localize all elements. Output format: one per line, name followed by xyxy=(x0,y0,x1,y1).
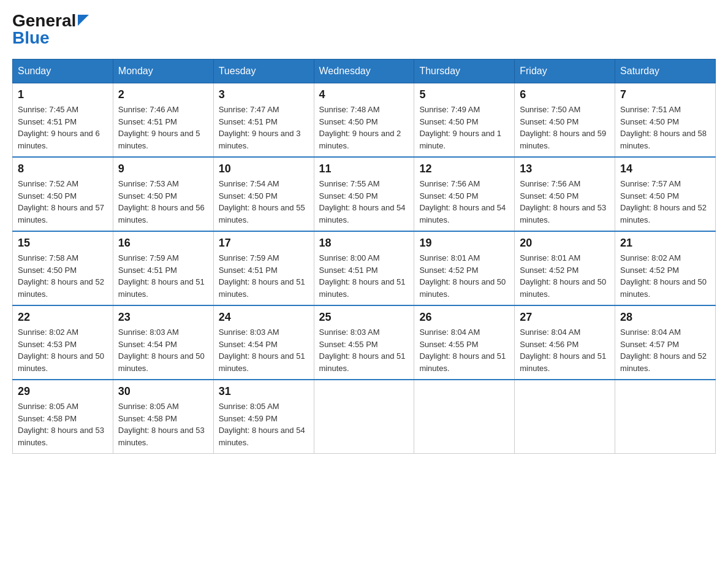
day-number: 16 xyxy=(118,237,208,250)
calendar-table: SundayMondayTuesdayWednesdayThursdayFrid… xyxy=(12,59,716,454)
day-info: Sunrise: 8:03 AMSunset: 4:54 PMDaylight:… xyxy=(219,326,309,374)
day-number: 19 xyxy=(419,237,509,250)
logo-blue-text: Blue xyxy=(12,29,50,47)
page-header: General Blue xyxy=(12,12,716,47)
day-info: Sunrise: 7:46 AMSunset: 4:51 PMDaylight:… xyxy=(118,104,208,151)
day-header-wednesday: Wednesday xyxy=(314,59,414,83)
calendar-cell: 10Sunrise: 7:54 AMSunset: 4:50 PMDayligh… xyxy=(213,157,314,231)
day-info: Sunrise: 8:02 AMSunset: 4:52 PMDaylight:… xyxy=(620,252,710,300)
day-number: 2 xyxy=(118,88,208,101)
calendar-cell: 19Sunrise: 8:01 AMSunset: 4:52 PMDayligh… xyxy=(414,231,515,305)
calendar-cell: 29Sunrise: 8:05 AMSunset: 4:58 PMDayligh… xyxy=(13,380,113,454)
day-number: 21 xyxy=(620,237,710,250)
calendar-cell: 15Sunrise: 7:58 AMSunset: 4:50 PMDayligh… xyxy=(13,231,113,305)
day-info: Sunrise: 8:05 AMSunset: 4:58 PMDaylight:… xyxy=(18,400,108,448)
calendar-cell: 2Sunrise: 7:46 AMSunset: 4:51 PMDaylight… xyxy=(113,83,213,158)
calendar-cell: 30Sunrise: 8:05 AMSunset: 4:58 PMDayligh… xyxy=(113,380,213,454)
day-info: Sunrise: 7:45 AMSunset: 4:51 PMDaylight:… xyxy=(18,104,108,151)
calendar-week-row: 29Sunrise: 8:05 AMSunset: 4:58 PMDayligh… xyxy=(13,380,716,454)
day-number: 1 xyxy=(18,88,108,101)
calendar-cell: 11Sunrise: 7:55 AMSunset: 4:50 PMDayligh… xyxy=(314,157,414,231)
calendar-cell xyxy=(414,380,515,454)
calendar-week-row: 15Sunrise: 7:58 AMSunset: 4:50 PMDayligh… xyxy=(13,231,716,305)
calendar-cell: 1Sunrise: 7:45 AMSunset: 4:51 PMDaylight… xyxy=(13,83,113,158)
calendar-cell: 9Sunrise: 7:53 AMSunset: 4:50 PMDaylight… xyxy=(113,157,213,231)
calendar-cell: 14Sunrise: 7:57 AMSunset: 4:50 PMDayligh… xyxy=(615,157,716,231)
calendar-cell: 23Sunrise: 8:03 AMSunset: 4:54 PMDayligh… xyxy=(113,305,213,380)
calendar-week-row: 1Sunrise: 7:45 AMSunset: 4:51 PMDaylight… xyxy=(13,83,716,158)
day-header-friday: Friday xyxy=(515,59,615,83)
calendar-cell: 31Sunrise: 8:05 AMSunset: 4:59 PMDayligh… xyxy=(213,380,314,454)
day-info: Sunrise: 7:59 AMSunset: 4:51 PMDaylight:… xyxy=(118,252,208,300)
calendar-cell: 28Sunrise: 8:04 AMSunset: 4:57 PMDayligh… xyxy=(615,305,716,380)
calendar-cell xyxy=(515,380,615,454)
day-info: Sunrise: 7:50 AMSunset: 4:50 PMDaylight:… xyxy=(520,104,610,151)
calendar-week-row: 22Sunrise: 8:02 AMSunset: 4:53 PMDayligh… xyxy=(13,305,716,380)
day-header-monday: Monday xyxy=(113,59,213,83)
day-info: Sunrise: 7:47 AMSunset: 4:51 PMDaylight:… xyxy=(219,104,309,151)
calendar-cell: 4Sunrise: 7:48 AMSunset: 4:50 PMDaylight… xyxy=(314,83,414,158)
calendar-cell: 3Sunrise: 7:47 AMSunset: 4:51 PMDaylight… xyxy=(213,83,314,158)
calendar-cell: 22Sunrise: 8:02 AMSunset: 4:53 PMDayligh… xyxy=(13,305,113,380)
day-number: 31 xyxy=(219,385,309,398)
day-info: Sunrise: 7:59 AMSunset: 4:51 PMDaylight:… xyxy=(219,252,309,300)
day-info: Sunrise: 8:04 AMSunset: 4:57 PMDaylight:… xyxy=(620,326,710,374)
day-info: Sunrise: 7:51 AMSunset: 4:50 PMDaylight:… xyxy=(620,104,710,151)
calendar-cell: 24Sunrise: 8:03 AMSunset: 4:54 PMDayligh… xyxy=(213,305,314,380)
day-number: 14 xyxy=(620,163,710,175)
calendar-cell: 25Sunrise: 8:03 AMSunset: 4:55 PMDayligh… xyxy=(314,305,414,380)
calendar-cell xyxy=(615,380,716,454)
day-number: 27 xyxy=(520,311,610,324)
day-info: Sunrise: 7:57 AMSunset: 4:50 PMDaylight:… xyxy=(620,178,710,226)
day-number: 22 xyxy=(18,311,108,324)
calendar-cell: 20Sunrise: 8:01 AMSunset: 4:52 PMDayligh… xyxy=(515,231,615,305)
day-number: 24 xyxy=(219,311,309,324)
day-number: 26 xyxy=(419,311,509,324)
day-number: 25 xyxy=(319,311,409,324)
day-number: 3 xyxy=(219,88,309,101)
day-number: 4 xyxy=(319,88,409,101)
day-info: Sunrise: 8:04 AMSunset: 4:55 PMDaylight:… xyxy=(419,326,509,374)
svg-marker-0 xyxy=(78,15,89,26)
calendar-cell: 12Sunrise: 7:56 AMSunset: 4:50 PMDayligh… xyxy=(414,157,515,231)
day-info: Sunrise: 7:48 AMSunset: 4:50 PMDaylight:… xyxy=(319,104,409,151)
day-number: 12 xyxy=(419,163,509,175)
calendar-header-row: SundayMondayTuesdayWednesdayThursdayFrid… xyxy=(13,59,716,83)
calendar-cell: 13Sunrise: 7:56 AMSunset: 4:50 PMDayligh… xyxy=(515,157,615,231)
logo-arrow-icon xyxy=(78,15,89,28)
calendar-cell: 5Sunrise: 7:49 AMSunset: 4:50 PMDaylight… xyxy=(414,83,515,158)
day-info: Sunrise: 8:03 AMSunset: 4:54 PMDaylight:… xyxy=(118,326,208,374)
day-number: 28 xyxy=(620,311,710,324)
calendar-cell: 18Sunrise: 8:00 AMSunset: 4:51 PMDayligh… xyxy=(314,231,414,305)
calendar-cell: 17Sunrise: 7:59 AMSunset: 4:51 PMDayligh… xyxy=(213,231,314,305)
calendar-cell: 21Sunrise: 8:02 AMSunset: 4:52 PMDayligh… xyxy=(615,231,716,305)
day-info: Sunrise: 8:02 AMSunset: 4:53 PMDaylight:… xyxy=(18,326,108,374)
day-number: 10 xyxy=(219,163,309,175)
calendar-cell: 8Sunrise: 7:52 AMSunset: 4:50 PMDaylight… xyxy=(13,157,113,231)
day-number: 30 xyxy=(118,385,208,398)
day-number: 15 xyxy=(18,237,108,250)
logo-general-text: General xyxy=(12,12,76,29)
day-number: 29 xyxy=(18,385,108,398)
day-info: Sunrise: 8:04 AMSunset: 4:56 PMDaylight:… xyxy=(520,326,610,374)
day-info: Sunrise: 7:55 AMSunset: 4:50 PMDaylight:… xyxy=(319,178,409,226)
day-info: Sunrise: 8:05 AMSunset: 4:58 PMDaylight:… xyxy=(118,400,208,448)
day-number: 13 xyxy=(520,163,610,175)
day-number: 9 xyxy=(118,163,208,175)
calendar-cell: 26Sunrise: 8:04 AMSunset: 4:55 PMDayligh… xyxy=(414,305,515,380)
calendar-cell: 16Sunrise: 7:59 AMSunset: 4:51 PMDayligh… xyxy=(113,231,213,305)
day-number: 17 xyxy=(219,237,309,250)
logo: General Blue xyxy=(12,12,89,47)
day-info: Sunrise: 8:03 AMSunset: 4:55 PMDaylight:… xyxy=(319,326,409,374)
day-info: Sunrise: 7:56 AMSunset: 4:50 PMDaylight:… xyxy=(520,178,610,226)
calendar-week-row: 8Sunrise: 7:52 AMSunset: 4:50 PMDaylight… xyxy=(13,157,716,231)
day-number: 23 xyxy=(118,311,208,324)
day-info: Sunrise: 8:01 AMSunset: 4:52 PMDaylight:… xyxy=(419,252,509,300)
day-number: 7 xyxy=(620,88,710,101)
day-number: 20 xyxy=(520,237,610,250)
day-info: Sunrise: 7:56 AMSunset: 4:50 PMDaylight:… xyxy=(419,178,509,226)
day-info: Sunrise: 8:01 AMSunset: 4:52 PMDaylight:… xyxy=(520,252,610,300)
day-info: Sunrise: 8:00 AMSunset: 4:51 PMDaylight:… xyxy=(319,252,409,300)
day-header-saturday: Saturday xyxy=(615,59,716,83)
day-header-tuesday: Tuesday xyxy=(213,59,314,83)
